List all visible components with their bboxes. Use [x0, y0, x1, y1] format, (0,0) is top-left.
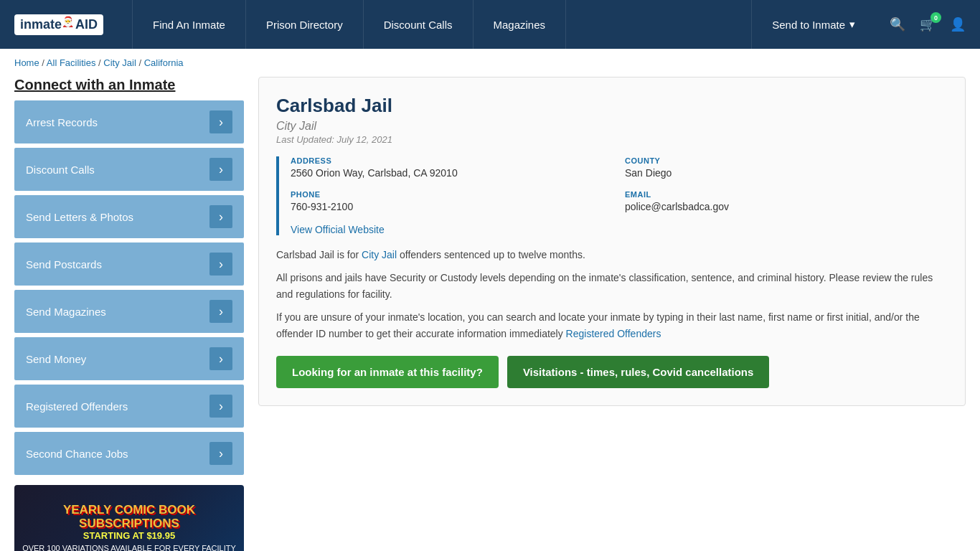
ad-price: STARTING AT $19.95 — [22, 530, 236, 541]
logo-aid: AID — [75, 17, 98, 32]
city-jail-inline-link[interactable]: City Jail — [362, 249, 397, 260]
navbar: inmate 🎅 AID Find An Inmate Prison Direc… — [0, 0, 980, 49]
sidebar-ad[interactable]: YEARLY COMIC BOOK SUBSCRIPTIONS STARTING… — [14, 485, 244, 551]
facility-last-updated: Last Updated: July 12, 2021 — [276, 134, 948, 145]
chevron-icon: › — [209, 158, 232, 181]
facility-card: Carlsbad Jail City Jail Last Updated: Ju… — [258, 77, 966, 406]
county-label: COUNTY — [625, 156, 948, 165]
sidebar-send-postcards[interactable]: Send Postcards › — [14, 242, 244, 286]
breadcrumb: Home / All Facilities / City Jail / Cali… — [0, 49, 980, 77]
facility-type: City Jail — [276, 120, 948, 133]
sidebar-title: Connect with an Inmate — [14, 77, 244, 93]
sidebar-registered-offenders[interactable]: Registered Offenders › — [14, 385, 244, 428]
breadcrumb-state[interactable]: California — [144, 57, 184, 68]
sidebar: Connect with an Inmate Arrest Records › … — [14, 77, 244, 551]
phone-value: 760-931-2100 — [291, 201, 613, 212]
address-value: 2560 Orion Way, Carlsbad, CA 92010 — [291, 167, 613, 179]
facility-desc-3: If you are unsure of your inmate's locat… — [276, 309, 948, 342]
email-block: EMAIL police@carlsbadca.gov — [625, 190, 948, 212]
ad-title-line2: SUBSCRIPTIONS — [22, 517, 236, 531]
registered-offenders-inline-link[interactable]: Registered Offenders — [566, 328, 661, 339]
logo-hat-icon: 🎅 — [62, 16, 74, 27]
ad-content: YEARLY COMIC BOOK SUBSCRIPTIONS STARTING… — [15, 496, 243, 551]
address-label: ADDRESS — [291, 156, 613, 165]
sidebar-send-letters-photos[interactable]: Send Letters & Photos › — [14, 195, 244, 238]
county-block: COUNTY San Diego — [625, 156, 948, 179]
sidebar-arrest-records[interactable]: Arrest Records › — [14, 100, 244, 143]
looking-for-inmate-button[interactable]: Looking for an inmate at this facility? — [276, 356, 499, 388]
chevron-down-icon: ▾ — [849, 18, 855, 31]
facility-info-grid: ADDRESS 2560 Orion Way, Carlsbad, CA 920… — [276, 156, 948, 235]
ad-subtitle: OVER 100 VARIATIONS AVAILABLE FOR EVERY … — [22, 544, 236, 551]
main-container: Connect with an Inmate Arrest Records › … — [0, 77, 980, 551]
nav-prison-directory[interactable]: Prison Directory — [246, 0, 364, 49]
chevron-icon: › — [209, 442, 232, 465]
user-icon[interactable]: 👤 — [950, 17, 966, 32]
chevron-icon: › — [209, 347, 232, 370]
breadcrumb-city-jail[interactable]: City Jail — [103, 57, 136, 68]
sidebar-send-magazines[interactable]: Send Magazines › — [14, 290, 244, 333]
official-website-link[interactable]: View Official Website — [291, 224, 948, 235]
search-icon[interactable]: 🔍 — [890, 17, 905, 32]
sidebar-send-money[interactable]: Send Money › — [14, 337, 244, 380]
chevron-icon: › — [209, 110, 232, 133]
facility-content: Carlsbad Jail City Jail Last Updated: Ju… — [258, 77, 966, 551]
chevron-icon: › — [209, 300, 232, 323]
cart-badge: 0 — [930, 12, 941, 23]
navbar-icons: 🔍 🛒 0 👤 — [890, 17, 966, 32]
sidebar-discount-calls[interactable]: Discount Calls › — [14, 148, 244, 191]
ad-title-line1: YEARLY COMIC BOOK — [22, 504, 236, 517]
logo-inmate: inmate — [20, 17, 62, 32]
nav-links: Find An Inmate Prison Directory Discount… — [132, 0, 751, 49]
phone-block: PHONE 760-931-2100 — [291, 190, 613, 212]
facility-desc-2: All prisons and jails have Security or C… — [276, 270, 948, 302]
cart-icon[interactable]: 🛒 0 — [920, 17, 936, 32]
chevron-icon: › — [209, 205, 232, 228]
chevron-icon: › — [209, 253, 232, 276]
nav-discount-calls[interactable]: Discount Calls — [364, 0, 473, 49]
phone-label: PHONE — [291, 190, 613, 199]
email-label: EMAIL — [625, 190, 948, 199]
chevron-icon: › — [209, 395, 232, 418]
email-value: police@carlsbadca.gov — [625, 201, 948, 212]
facility-desc-1: Carlsbad Jail is for City Jail offenders… — [276, 247, 948, 263]
visitations-button[interactable]: Visitations - times, rules, Covid cancel… — [507, 356, 770, 388]
sidebar-second-chance-jobs[interactable]: Second Chance Jobs › — [14, 432, 244, 475]
action-buttons: Looking for an inmate at this facility? … — [276, 356, 948, 388]
facility-name: Carlsbad Jail — [276, 95, 948, 117]
send-to-inmate-button[interactable]: Send to Inmate ▾ — [751, 0, 875, 49]
breadcrumb-home[interactable]: Home — [14, 57, 39, 68]
breadcrumb-all-facilities[interactable]: All Facilities — [47, 57, 96, 68]
nav-magazines[interactable]: Magazines — [473, 0, 567, 49]
logo[interactable]: inmate 🎅 AID — [14, 14, 103, 35]
county-value: San Diego — [625, 167, 948, 179]
nav-find-inmate[interactable]: Find An Inmate — [132, 0, 246, 49]
address-block: ADDRESS 2560 Orion Way, Carlsbad, CA 920… — [291, 156, 613, 179]
